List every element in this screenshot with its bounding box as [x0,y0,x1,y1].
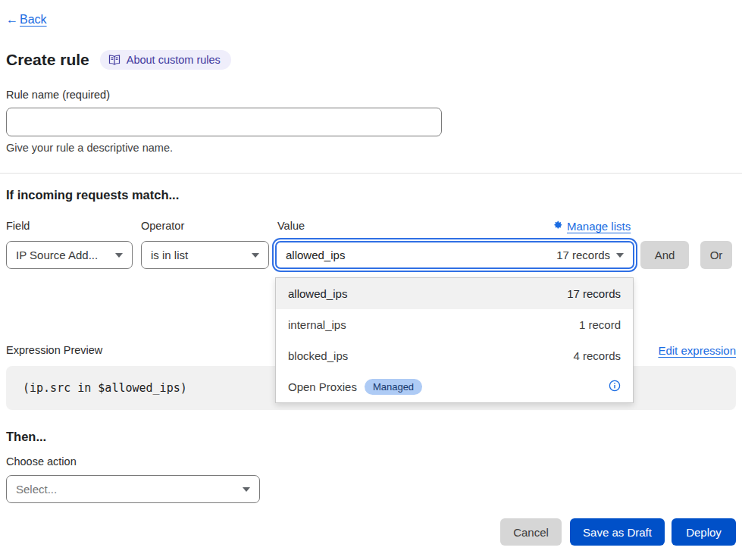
operator-label: Operator [141,220,184,232]
title-row: Create rule About custom rules [6,50,231,70]
expression-code-text: (ip.src in $allowed_ips) [23,381,187,395]
edit-expression-link[interactable]: Edit expression [658,344,736,357]
action-select[interactable]: Select... [6,475,260,503]
match-section-heading: If incoming requests match... [6,188,179,202]
list-item-name: allowed_ips [288,287,347,300]
then-section-heading: Then... [6,430,46,444]
manage-lists-link[interactable]: Manage lists [553,220,635,233]
operator-select[interactable]: is in list [141,241,269,269]
rule-name-helper: Give your rule a descriptive name. [6,142,173,154]
about-badge-label: About custom rules [127,54,221,66]
chevron-down-icon [616,253,624,258]
field-label: Field [6,220,30,232]
or-button[interactable]: Or [700,241,732,269]
rule-name-input[interactable] [6,108,442,136]
chevron-down-icon [115,253,123,258]
gear-icon [553,220,563,233]
deploy-button[interactable]: Deploy [672,518,736,546]
info-icon[interactable] [609,380,621,394]
about-custom-rules-link[interactable]: About custom rules [100,50,231,70]
list-item-allowed-ips[interactable]: allowed_ips 17 records [276,278,633,309]
value-select-records: 17 records [556,249,610,261]
section-divider [0,173,742,174]
cancel-button[interactable]: Cancel [500,518,562,546]
rule-name-label: Rule name (required) [6,89,110,101]
list-dropdown-panel: allowed_ips 17 records internal_ips 1 re… [275,277,634,403]
value-select[interactable]: allowed_ips 17 records [275,241,634,269]
managed-badge: Managed [365,379,422,395]
list-item-blocked-ips[interactable]: blocked_ips 4 records [276,340,633,371]
list-item-meta: 17 records [567,287,621,300]
page-title: Create rule [6,51,89,69]
value-select-value: allowed_ips [286,249,345,261]
chevron-down-icon [243,487,250,492]
back-link[interactable]: ← Back [6,13,47,27]
save-as-draft-button[interactable]: Save as Draft [570,518,665,546]
list-item-name: blocked_ips [288,349,348,362]
list-item-name: Open Proxies [288,380,357,393]
list-item-meta: 4 records [573,349,621,362]
field-select-value: IP Source Add... [16,249,98,261]
back-label: Back [20,13,47,27]
value-label: Value [277,220,305,232]
arrow-left-icon: ← [6,13,18,27]
book-icon [108,55,121,65]
operator-select-value: is in list [151,249,188,261]
expression-preview-label: Expression Preview [6,344,102,356]
manage-lists-label: Manage lists [567,220,631,233]
field-select[interactable]: IP Source Add... [6,241,133,269]
create-rule-page: ← Back Create rule About custom rules Ru… [0,0,742,560]
chevron-down-icon [252,253,259,258]
list-item-open-proxies[interactable]: Open Proxies Managed [276,371,633,402]
choose-action-label: Choose action [6,455,77,468]
list-item-meta: 1 record [579,318,621,331]
and-button[interactable]: And [640,241,689,269]
list-item-internal-ips[interactable]: internal_ips 1 record [276,309,633,340]
list-item-name: internal_ips [288,318,346,331]
action-select-placeholder: Select... [16,483,57,496]
